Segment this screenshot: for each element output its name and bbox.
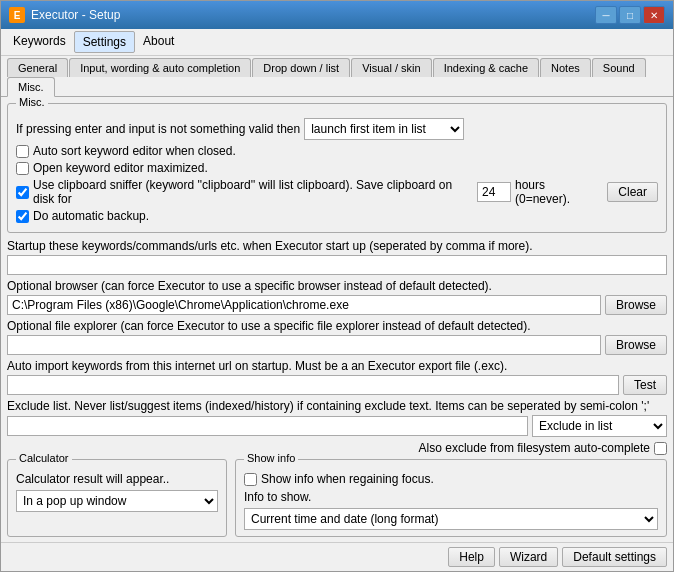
- clear-button[interactable]: Clear: [607, 182, 658, 202]
- enter-row: If pressing enter and input is not somet…: [16, 110, 658, 140]
- browser-input-row: Browse: [7, 295, 667, 315]
- bottom-groups: Calculator Calculator result will appear…: [7, 459, 667, 542]
- browser-label: Optional browser (can force Executor to …: [7, 279, 667, 293]
- menu-settings[interactable]: Settings: [74, 31, 135, 53]
- menu-bar: Keywords Settings About: [1, 29, 673, 56]
- auto-import-input-row: Test: [7, 375, 667, 395]
- clipboard-row: Use clipboard sniffer (keyword ''clipboa…: [16, 178, 658, 206]
- focus-row: Show info when regaining focus.: [244, 472, 658, 486]
- window-title: Executor - Setup: [31, 8, 120, 22]
- focus-checkbox[interactable]: [244, 473, 257, 486]
- file-explorer-input[interactable]: [7, 335, 601, 355]
- calculator-group: Calculator Calculator result will appear…: [7, 459, 227, 537]
- info-to-show-label: Info to show.: [244, 490, 658, 504]
- startup-input[interactable]: [7, 255, 667, 275]
- backup-row: Do automatic backup.: [16, 209, 658, 223]
- clipboard-label: Use clipboard sniffer (keyword ''clipboa…: [33, 178, 473, 206]
- calculator-title: Calculator: [16, 452, 72, 464]
- open-keyword-checkbox[interactable]: [16, 162, 29, 175]
- menu-about[interactable]: About: [135, 31, 182, 53]
- auto-import-test-button[interactable]: Test: [623, 375, 667, 395]
- default-settings-button[interactable]: Default settings: [562, 547, 667, 567]
- auto-sort-label: Auto sort keyword editor when closed.: [33, 144, 236, 158]
- startup-section: Startup these keywords/commands/urls etc…: [7, 239, 667, 275]
- backup-label: Do automatic backup.: [33, 209, 149, 223]
- auto-import-section: Auto import keywords from this internet …: [7, 359, 667, 395]
- hours-label: hours (0=never).: [515, 178, 599, 206]
- help-button[interactable]: Help: [448, 547, 495, 567]
- minimize-button[interactable]: ─: [595, 6, 617, 24]
- open-keyword-row: Open keyword editor maximized.: [16, 161, 658, 175]
- exclude-select[interactable]: Exclude in list Exclude everywhere: [532, 415, 667, 437]
- also-exclude-label: Also exclude from filesystem auto-comple…: [419, 441, 650, 455]
- bottom-bar: Help Wizard Default settings: [1, 542, 673, 571]
- clipboard-hours-input[interactable]: [477, 182, 511, 202]
- maximize-button[interactable]: □: [619, 6, 641, 24]
- app-icon: E: [9, 7, 25, 23]
- also-exclude-row: Also exclude from filesystem auto-comple…: [7, 441, 667, 455]
- auto-import-label: Auto import keywords from this internet …: [7, 359, 667, 373]
- file-explorer-browse-button[interactable]: Browse: [605, 335, 667, 355]
- title-bar-left: E Executor - Setup: [9, 7, 120, 23]
- info-select[interactable]: Current time and date (long format) Curr…: [244, 508, 658, 530]
- title-bar: E Executor - Setup ─ □ ✕: [1, 1, 673, 29]
- tab-indexing[interactable]: Indexing & cache: [433, 58, 539, 77]
- misc-group-title: Misc.: [16, 97, 48, 108]
- enter-select[interactable]: launch first item in list do nothing ope…: [304, 118, 464, 140]
- wizard-button[interactable]: Wizard: [499, 547, 558, 567]
- file-explorer-section: Optional file explorer (can force Execut…: [7, 319, 667, 355]
- file-explorer-input-row: Browse: [7, 335, 667, 355]
- title-buttons: ─ □ ✕: [595, 6, 665, 24]
- tab-visual[interactable]: Visual / skin: [351, 58, 432, 77]
- enter-label: If pressing enter and input is not somet…: [16, 122, 300, 136]
- backup-checkbox[interactable]: [16, 210, 29, 223]
- auto-sort-checkbox[interactable]: [16, 145, 29, 158]
- menu-keywords[interactable]: Keywords: [5, 31, 74, 53]
- browser-section: Optional browser (can force Executor to …: [7, 279, 667, 315]
- clipboard-checkbox[interactable]: [16, 186, 29, 199]
- show-info-group: Show info Show info when regaining focus…: [235, 459, 667, 537]
- file-explorer-label: Optional file explorer (can force Execut…: [7, 319, 667, 333]
- browser-input[interactable]: [7, 295, 601, 315]
- show-info-title: Show info: [244, 452, 298, 464]
- tab-misc[interactable]: Misc.: [7, 77, 55, 97]
- startup-label: Startup these keywords/commands/urls etc…: [7, 239, 667, 253]
- calculator-select[interactable]: In a pop up window In main window In a t…: [16, 490, 218, 512]
- auto-sort-row: Auto sort keyword editor when closed.: [16, 144, 658, 158]
- exclude-input[interactable]: [7, 416, 528, 436]
- main-window: E Executor - Setup ─ □ ✕ Keywords Settin…: [0, 0, 674, 572]
- sub-tab-bar: General Input, wording & auto completion…: [1, 56, 673, 97]
- browser-browse-button[interactable]: Browse: [605, 295, 667, 315]
- exclude-row: Exclude in list Exclude everywhere: [7, 415, 667, 437]
- tab-general[interactable]: General: [7, 58, 68, 77]
- tab-input[interactable]: Input, wording & auto completion: [69, 58, 251, 77]
- tab-sound[interactable]: Sound: [592, 58, 646, 77]
- auto-import-input[interactable]: [7, 375, 619, 395]
- also-exclude-checkbox[interactable]: [654, 442, 667, 455]
- open-keyword-label: Open keyword editor maximized.: [33, 161, 208, 175]
- exclude-section: Exclude list. Never list/suggest items (…: [7, 399, 667, 455]
- tab-dropdown[interactable]: Drop down / list: [252, 58, 350, 77]
- calculator-appear-label: Calculator result will appear..: [16, 472, 218, 486]
- close-button[interactable]: ✕: [643, 6, 665, 24]
- exclude-label: Exclude list. Never list/suggest items (…: [7, 399, 667, 413]
- misc-group: Misc. If pressing enter and input is not…: [7, 103, 667, 233]
- tab-notes[interactable]: Notes: [540, 58, 591, 77]
- focus-label: Show info when regaining focus.: [261, 472, 434, 486]
- app-icon-letter: E: [14, 10, 21, 21]
- content-area: Misc. If pressing enter and input is not…: [1, 97, 673, 542]
